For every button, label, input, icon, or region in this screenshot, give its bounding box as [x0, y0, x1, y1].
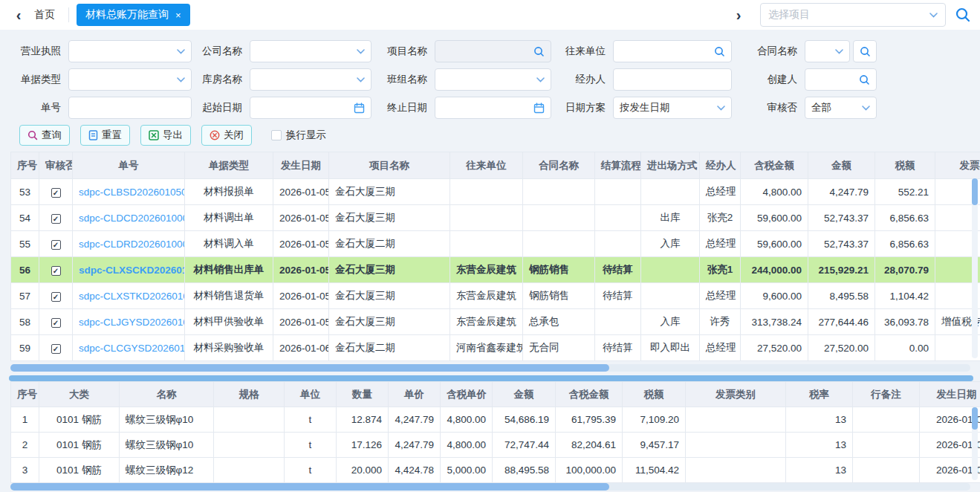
counterparty-input[interactable] [613, 40, 732, 62]
table-row[interactable]: 10101 钢筋螺纹三级钢φ10t12.8744,247.794,800.005… [11, 407, 980, 433]
table-row[interactable]: 54✓sdpc-CLDCD2026010000材料调出单2026-01-05金石… [11, 205, 980, 231]
table-row[interactable]: 56✓sdpc-CLXSCKD20260105材料销售出库单2026-01-05… [11, 257, 980, 283]
scrollbar-thumb[interactable] [10, 483, 609, 491]
cell-settle-flow: 待结算 [595, 257, 641, 283]
table-row[interactable]: 53✓sdpc-CLBSD2026010500材料报损单2026-01-05金石… [11, 179, 980, 205]
search-icon[interactable] [533, 46, 545, 57]
cell-contract [523, 179, 595, 205]
project-search-icon[interactable] [955, 7, 971, 23]
doc-no-link[interactable]: sdpc-CLCGYSD20260106 [79, 343, 185, 354]
end-date-input[interactable] [435, 97, 551, 119]
doc-no-link[interactable]: sdpc-CLBSD2026010500 [79, 187, 185, 198]
close-tab-icon[interactable]: × [175, 10, 181, 20]
col-header-doc-no: 单号 [73, 152, 185, 179]
doc-no-input[interactable] [68, 97, 192, 119]
search-icon[interactable] [859, 74, 870, 85]
cell-tax: 36,093.78 [875, 309, 935, 335]
table-row[interactable]: 55✓sdpc-CLDRD2026010000材料调入单2026-01-05金石… [11, 231, 980, 257]
row-audit-checkbox[interactable]: ✓ [51, 266, 61, 276]
warehouse-name-label: 库房名称 [192, 73, 250, 86]
col-header-doc-type: 单据类型 [185, 152, 273, 179]
cell-doc-no: sdpc-CLBSD2026010500 [73, 179, 185, 205]
doc-type-select[interactable] [68, 68, 192, 91]
cell-project: 金石大厦三期 [329, 179, 450, 205]
cell-tax-rate: 13 [786, 433, 853, 458]
creator-input[interactable] [805, 68, 877, 91]
scrollbar-thumb[interactable] [10, 364, 609, 372]
tab-material-ledger-query[interactable]: 材料总账万能查询 × [77, 4, 190, 26]
search-icon[interactable] [714, 46, 725, 57]
cell-amount: 54,686.19 [493, 407, 556, 433]
cell-inout-mode [641, 257, 700, 283]
handler-input[interactable] [613, 68, 732, 91]
cell-occur-date: 2026-01-05 [273, 283, 329, 309]
project-name-input[interactable] [435, 40, 551, 62]
doc-no-link[interactable]: sdpc-CLJGYSD20260105 [79, 317, 185, 328]
start-date-input[interactable] [250, 97, 371, 119]
audit-flag-value: 全部 [811, 101, 862, 114]
company-name-label: 公司名称 [192, 45, 250, 58]
back-chevron-icon[interactable]: ‹ [9, 7, 28, 22]
warehouse-name-select[interactable] [250, 68, 371, 91]
row-audit-checkbox[interactable]: ✓ [51, 344, 61, 354]
table-row[interactable]: 30101 钢筋螺纹三级钢φ12t20.0004,424.785,000.008… [11, 458, 980, 483]
search-icon [860, 46, 871, 57]
close-button[interactable]: 关闭 [201, 125, 252, 146]
reset-button[interactable]: 重置 [80, 125, 130, 146]
doc-no-link[interactable]: sdpc-CLDRD2026010000 [79, 239, 185, 250]
cell-inout-mode [641, 179, 700, 205]
project-select[interactable]: 选择项目 [760, 3, 946, 27]
table-row[interactable]: 58✓sdpc-CLJGYSD20260105材料甲供验收单2026-01-05… [11, 309, 980, 335]
cell-handler: 张亮1 [700, 257, 741, 283]
col-header-invoice-type: 发票类别 [686, 382, 786, 407]
row-audit-checkbox[interactable]: ✓ [51, 188, 61, 198]
col-header-amount: 金额 [808, 152, 875, 179]
start-date-label: 起始日期 [192, 101, 250, 114]
table-row[interactable]: 20101 钢筋螺纹三级钢φ10t17.1264,247.794,800.007… [11, 433, 980, 458]
table-row[interactable]: 57✓sdpc-CLXSTKD20260105材料销售退货单2026-01-05… [11, 283, 980, 309]
scrollbar-thumb[interactable] [972, 407, 978, 430]
team-name-select[interactable] [435, 68, 551, 91]
cell-inout-mode: 入库 [641, 309, 700, 335]
wrap-display-label: 换行显示 [286, 129, 326, 142]
cell-row-remark [853, 407, 920, 433]
close-circle-icon [210, 130, 220, 140]
audit-flag-select[interactable]: 全部 [805, 97, 877, 119]
cell-settle-flow: 待结算 [595, 335, 641, 361]
detail-horizontal-scrollbar [10, 483, 970, 491]
forward-chevron-icon[interactable]: › [729, 7, 748, 22]
date-scheme-select[interactable]: 按发生日期 [613, 97, 732, 119]
grid-splitter[interactable] [9, 375, 973, 381]
cell-tax: 1,104.42 [875, 283, 935, 309]
business-license-select[interactable] [68, 40, 192, 62]
row-audit-checkbox[interactable]: ✓ [51, 292, 61, 302]
filter-panel: 营业执照 公司名称 项目名称 往来单位 合同名称 [0, 30, 980, 119]
cell-inout-mode: 即入即出 [641, 335, 700, 361]
wrap-display-checkbox[interactable] [271, 130, 282, 140]
cell-amount: 8,495.58 [808, 283, 875, 309]
chevron-down-icon [835, 49, 843, 54]
company-name-select[interactable] [250, 40, 371, 62]
scrollbar-thumb[interactable] [972, 178, 978, 205]
cell-tax-incl-amt: 9,600.00 [741, 283, 808, 309]
table-row[interactable]: 59✓sdpc-CLCGYSD20260106材料采购验收单2026-01-06… [11, 335, 980, 361]
chevron-down-icon [357, 49, 365, 54]
top-bar: ‹ 首页 材料总账万能查询 × › 选择项目 [0, 0, 980, 30]
home-tab[interactable]: 首页 [34, 8, 55, 22]
query-button[interactable]: 查询 [19, 125, 70, 146]
export-button[interactable]: 导出 [140, 125, 191, 146]
col-header-unit: 单位 [285, 382, 337, 407]
cell-tax-incl-amt: 4,800.00 [741, 179, 808, 205]
doc-no-link[interactable]: sdpc-CLXSTKD20260105 [79, 291, 185, 302]
cell-handler: 总经理 [700, 335, 741, 361]
contract-name-select[interactable] [805, 40, 850, 62]
row-audit-checkbox[interactable]: ✓ [51, 240, 61, 250]
cell-invoice-type [686, 433, 786, 458]
row-audit-checkbox[interactable]: ✓ [51, 214, 61, 224]
doc-no-link[interactable]: sdpc-CLDCD2026010000 [79, 213, 185, 224]
row-audit-checkbox[interactable]: ✓ [51, 318, 61, 328]
doc-no-link[interactable]: sdpc-CLXSCKD20260105 [79, 265, 185, 276]
contract-search-button[interactable] [853, 40, 877, 62]
cell-tax-incl-price: 4,800.00 [441, 433, 493, 458]
col-header-tax: 税额 [875, 152, 935, 179]
